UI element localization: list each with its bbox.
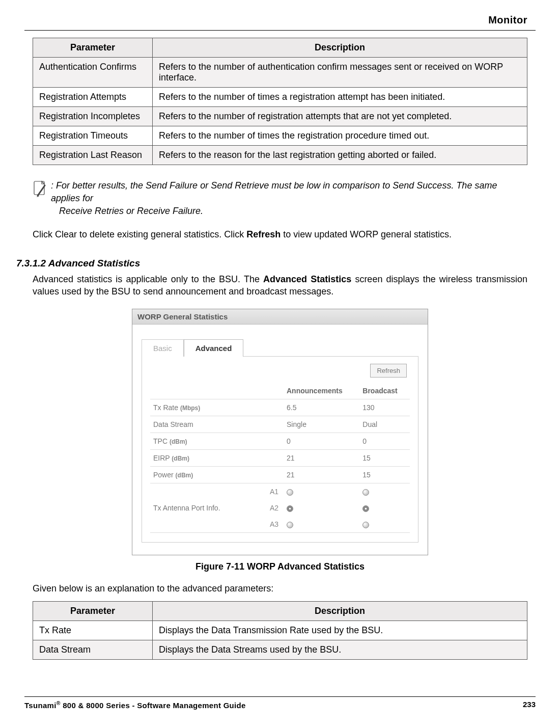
cell-desc: Refers to the reason for the last regist… [153, 146, 527, 165]
para1-post: to view updated WORP general statistics. [281, 229, 452, 239]
col-announcements: Announcements [284, 383, 359, 399]
screenshot-titlebar: WORP General Statistics [132, 309, 428, 325]
radio-ann-a1[interactable] [287, 489, 293, 496]
footer-rule [24, 696, 536, 697]
radio-ann-a3[interactable] [287, 522, 293, 528]
table-row: Registration Incompletes Refers to the n… [33, 107, 527, 126]
unit-tx-rate: (Mbps) [180, 405, 200, 412]
note-icon [33, 180, 48, 202]
label-tpc: TPC [153, 437, 167, 445]
radio-ann-a2[interactable] [287, 505, 293, 512]
figure-caption: Figure 7-11 WORP Advanced Statistics [33, 561, 527, 572]
stats-panel: Refresh Announcements Broadcast Tx Rate … [142, 356, 418, 543]
cell-desc: Displays the Data Streams used by the BS… [153, 640, 527, 659]
bcast-power: 15 [359, 467, 410, 483]
label-tx-rate: Tx Rate [153, 403, 178, 412]
note-line2: Receive Retries or Receive Failure. [51, 205, 527, 218]
row-antenna-a1: Tx Antenna Port Info. A1 [150, 483, 410, 500]
intro-pre: Advanced statistics is applicable only t… [33, 274, 263, 284]
cell-desc: Refers to the number of times a registra… [153, 88, 527, 107]
cell-desc: Refers to the number of registration att… [153, 107, 527, 126]
footer-title: 800 & 8000 Series - Software Management … [61, 701, 246, 710]
table-row: Data Stream Displays the Data Streams us… [33, 640, 527, 659]
tab-advanced[interactable]: Advanced [184, 339, 244, 357]
radio-bcast-a3[interactable] [362, 522, 369, 528]
ann-tpc: 0 [284, 433, 359, 450]
subsection-heading: 7.3.1.2 Advanced Statistics [16, 258, 527, 269]
row-power: Power (dBm) 21 15 [150, 467, 410, 483]
cell-param: Registration Attempts [33, 88, 153, 107]
cell-desc: Refers to the number of authentication c… [153, 58, 527, 88]
label-eirp: EIRP [153, 454, 170, 462]
table1-header-param: Parameter [33, 38, 153, 58]
label-data-stream: Data Stream [153, 420, 193, 428]
footer-brand: Tsunami [24, 701, 57, 710]
table-row: Registration Timeouts Refers to the numb… [33, 126, 527, 146]
ann-tx-rate: 6.5 [284, 399, 359, 416]
ann-data-stream: Single [284, 416, 359, 433]
advanced-stats-table: Announcements Broadcast Tx Rate (Mbps) 6… [150, 383, 410, 533]
port-a2: A2 [258, 500, 284, 516]
table1-header-desc: Description [153, 38, 527, 58]
page-number: 233 [523, 700, 536, 710]
tab-basic[interactable]: Basic [142, 339, 184, 357]
page-header: Monitor [0, 0, 560, 29]
port-a3: A3 [258, 516, 284, 533]
bcast-tx-rate: 130 [359, 399, 410, 416]
refresh-paragraph: Click Clear to delete existing general s… [33, 228, 527, 240]
unit-eirp: (dBm) [172, 455, 189, 462]
table2-header-desc: Description [153, 601, 527, 621]
footer-left: Tsunami® 800 & 8000 Series - Software Ma… [24, 700, 246, 710]
cell-param: Registration Incompletes [33, 107, 153, 126]
table-row: Authentication Confirms Refers to the nu… [33, 58, 527, 88]
subsection-intro: Advanced statistics is applicable only t… [33, 273, 527, 298]
bcast-eirp: 15 [359, 450, 410, 467]
tabs-row: Basic Advanced [132, 325, 428, 356]
cell-param: Registration Timeouts [33, 126, 153, 146]
unit-power: (dBm) [176, 472, 193, 479]
row-tpc: TPC (dBm) 0 0 [150, 433, 410, 450]
col-broadcast: Broadcast [359, 383, 410, 399]
table-row: Registration Last Reason Refers to the r… [33, 146, 527, 165]
cell-param: Authentication Confirms [33, 58, 153, 88]
refresh-button[interactable]: Refresh [370, 364, 407, 378]
radio-bcast-a2[interactable] [362, 505, 369, 512]
cell-param: Registration Last Reason [33, 146, 153, 165]
cell-param: Tx Rate [33, 621, 153, 640]
bcast-tpc: 0 [359, 433, 410, 450]
para1-pre: Click Clear to delete existing general s… [33, 229, 246, 239]
bcast-data-stream: Dual [359, 416, 410, 433]
row-tx-rate: Tx Rate (Mbps) 6.5 130 [150, 399, 410, 416]
row-eirp: EIRP (dBm) 21 15 [150, 450, 410, 467]
table-row: Registration Attempts Refers to the numb… [33, 88, 527, 107]
intro-bold: Advanced Statistics [263, 274, 351, 284]
cell-param: Data Stream [33, 640, 153, 659]
table-row: Tx Rate Displays the Data Transmission R… [33, 621, 527, 640]
note-line1: : For better results, the Send Failure o… [51, 180, 497, 203]
explanation-intro: Given below is an explanation to the adv… [33, 582, 527, 595]
para1-bold: Refresh [246, 229, 281, 239]
registered-icon: ® [57, 700, 61, 706]
ann-power: 21 [284, 467, 359, 483]
port-a1: A1 [258, 483, 284, 500]
ann-eirp: 21 [284, 450, 359, 467]
label-power: Power [153, 471, 174, 479]
parameter-table-1: Parameter Description Authentication Con… [33, 38, 527, 165]
info-note: : For better results, the Send Failure o… [33, 179, 527, 218]
table2-header-param: Parameter [33, 601, 153, 621]
label-antenna: Tx Antenna Port Info. [153, 504, 220, 512]
page-footer: Tsunami® 800 & 8000 Series - Software Ma… [24, 696, 536, 710]
worp-advanced-stats-screenshot: WORP General Statistics Basic Advanced R… [132, 309, 428, 555]
cell-desc: Refers to the number of times the regist… [153, 126, 527, 146]
radio-bcast-a1[interactable] [362, 489, 369, 496]
unit-tpc: (dBm) [170, 438, 187, 445]
parameter-table-2: Parameter Description Tx Rate Displays t… [33, 601, 527, 660]
cell-desc: Displays the Data Transmission Rate used… [153, 621, 527, 640]
row-data-stream: Data Stream Single Dual [150, 416, 410, 433]
